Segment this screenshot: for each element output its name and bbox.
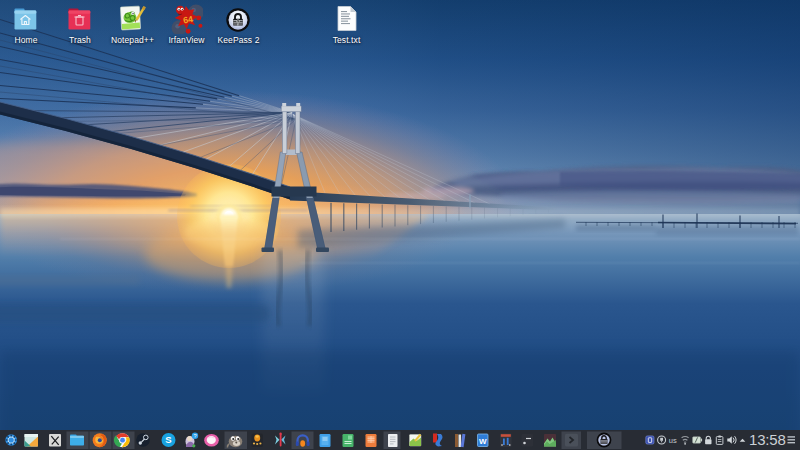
svg-text:64: 64 — [182, 14, 194, 26]
svg-text:us: us — [669, 436, 677, 445]
svg-text:W: W — [479, 437, 487, 446]
svg-text:?: ? — [193, 433, 196, 439]
svg-text:S: S — [165, 434, 171, 445]
